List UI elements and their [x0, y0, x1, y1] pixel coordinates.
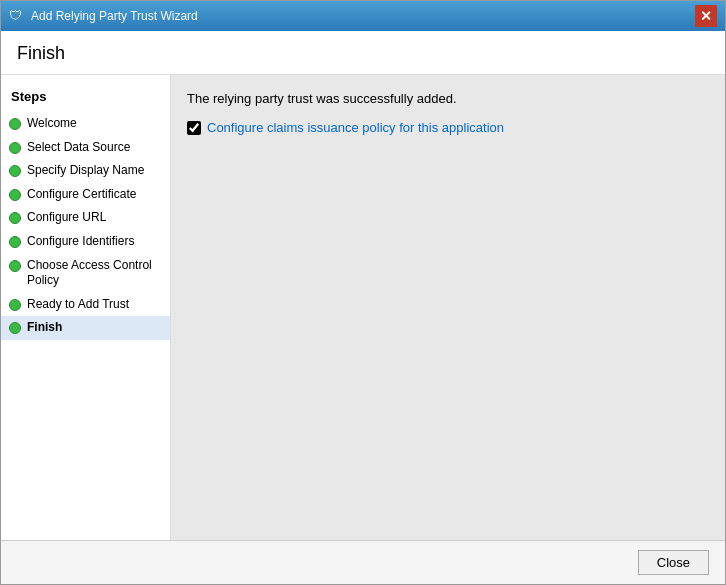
success-message: The relying party trust was successfully…: [187, 91, 709, 106]
dialog-body: Steps Welcome Select Data Source Specify…: [1, 75, 725, 540]
sidebar-item-ready-to-add-trust: Ready to Add Trust: [1, 293, 170, 317]
dialog-header: Finish: [1, 31, 725, 75]
step-label-specify-display-name: Specify Display Name: [27, 163, 144, 179]
steps-panel: Steps Welcome Select Data Source Specify…: [1, 75, 171, 540]
step-label-finish: Finish: [27, 320, 62, 336]
sidebar-item-specify-display-name: Specify Display Name: [1, 159, 170, 183]
dialog-window: 🛡 Add Relying Party Trust Wizard ✕ Finis…: [0, 0, 726, 585]
step-label-welcome: Welcome: [27, 116, 77, 132]
claims-checkbox[interactable]: [187, 121, 201, 135]
step-label-configure-identifiers: Configure Identifiers: [27, 234, 134, 250]
step-label-select-data-source: Select Data Source: [27, 140, 130, 156]
sidebar-item-choose-access-control: Choose Access Control Policy: [1, 254, 170, 293]
step-dot-finish: [9, 322, 21, 334]
content-panel: The relying party trust was successfully…: [171, 75, 725, 540]
sidebar-item-finish: Finish: [1, 316, 170, 340]
title-bar-icon: 🛡: [9, 8, 25, 24]
sidebar-item-configure-identifiers: Configure Identifiers: [1, 230, 170, 254]
step-dot-configure-identifiers: [9, 236, 21, 248]
step-dot-configure-url: [9, 212, 21, 224]
sidebar-item-configure-url: Configure URL: [1, 206, 170, 230]
step-dot-select-data-source: [9, 142, 21, 154]
title-bar: 🛡 Add Relying Party Trust Wizard ✕: [1, 1, 725, 31]
sidebar-item-select-data-source: Select Data Source: [1, 136, 170, 160]
sidebar-item-welcome: Welcome: [1, 112, 170, 136]
step-label-ready-to-add-trust: Ready to Add Trust: [27, 297, 129, 313]
step-dot-configure-certificate: [9, 189, 21, 201]
title-bar-title: Add Relying Party Trust Wizard: [31, 9, 695, 23]
step-label-configure-certificate: Configure Certificate: [27, 187, 136, 203]
step-dot-ready-to-add-trust: [9, 299, 21, 311]
checkbox-row: Configure claims issuance policy for thi…: [187, 120, 709, 135]
step-label-choose-access-control: Choose Access Control Policy: [27, 258, 162, 289]
claims-checkbox-label[interactable]: Configure claims issuance policy for thi…: [207, 120, 504, 135]
step-dot-welcome: [9, 118, 21, 130]
step-label-configure-url: Configure URL: [27, 210, 106, 226]
close-button[interactable]: ✕: [695, 5, 717, 27]
sidebar-item-configure-certificate: Configure Certificate: [1, 183, 170, 207]
close-dialog-button[interactable]: Close: [638, 550, 709, 575]
page-title: Finish: [17, 43, 709, 64]
step-dot-specify-display-name: [9, 165, 21, 177]
steps-label: Steps: [1, 85, 170, 112]
step-dot-choose-access-control: [9, 260, 21, 272]
dialog-footer: Close: [1, 540, 725, 584]
